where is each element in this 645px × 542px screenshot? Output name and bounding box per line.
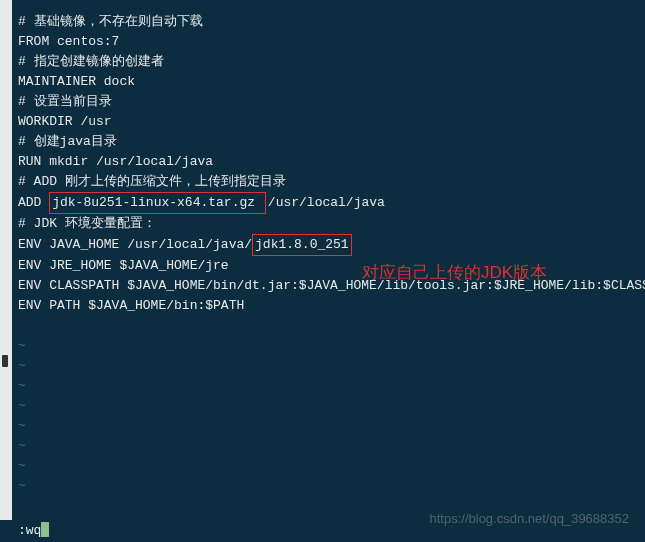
annotation-text: 对应自己上传的JDK版本 xyxy=(362,261,547,284)
code-line: # 设置当前目录 xyxy=(18,92,645,112)
vim-tilde: ~ xyxy=(18,396,645,416)
code-line: # JDK 环境变量配置： xyxy=(18,214,645,234)
watermark-text: https://blog.csdn.net/qq_39688352 xyxy=(430,511,630,526)
code-line-env: ENV JAVA_HOME /usr/local/java/jdk1.8.0_2… xyxy=(18,234,645,256)
add-prefix: ADD xyxy=(18,195,49,210)
highlight-box-jdk-version: jdk1.8.0_251 xyxy=(252,234,352,256)
vim-command: :wq xyxy=(18,523,41,538)
vim-editor-area[interactable]: # 基础镜像，不存在则自动下载 FROM centos:7 # 指定创建镜像的创… xyxy=(0,4,645,520)
vim-tilde: ~ xyxy=(18,476,645,496)
blank-line xyxy=(18,316,645,336)
highlight-box-jdk-tarball: jdk-8u251-linux-x64.tar.gz xyxy=(49,192,266,214)
code-line: ENV JRE_HOME $JAVA_HOME/jre xyxy=(18,256,645,276)
vim-tilde: ~ xyxy=(18,456,645,476)
vim-tilde: ~ xyxy=(18,336,645,356)
code-line-add: ADD jdk-8u251-linux-x64.tar.gz /usr/loca… xyxy=(18,192,645,214)
code-line: # 指定创建镜像的创建者 xyxy=(18,52,645,72)
cursor-icon xyxy=(41,522,49,537)
vim-tilde: ~ xyxy=(18,356,645,376)
code-line: ENV PATH $JAVA_HOME/bin:$PATH xyxy=(18,296,645,316)
env-prefix: ENV JAVA_HOME /usr/local/java/ xyxy=(18,237,252,252)
add-suffix: /usr/local/java xyxy=(268,195,385,210)
code-line: ENV CLASSPATH $JAVA_HOME/bin/dt.jar:$JAV… xyxy=(18,276,645,296)
code-line: # ADD 刚才上传的压缩文件，上传到指定目录 xyxy=(18,172,645,192)
code-line: # 基础镜像，不存在则自动下载 xyxy=(18,12,645,32)
code-line: FROM centos:7 xyxy=(18,32,645,52)
vim-tilde: ~ xyxy=(18,436,645,456)
code-line: RUN mkdir /usr/local/java xyxy=(18,152,645,172)
code-line: WORKDIR /usr xyxy=(18,112,645,132)
code-line: # 创建java目录 xyxy=(18,132,645,152)
code-line: MAINTAINER dock xyxy=(18,72,645,92)
vim-tilde: ~ xyxy=(18,416,645,436)
vim-tilde: ~ xyxy=(18,376,645,396)
